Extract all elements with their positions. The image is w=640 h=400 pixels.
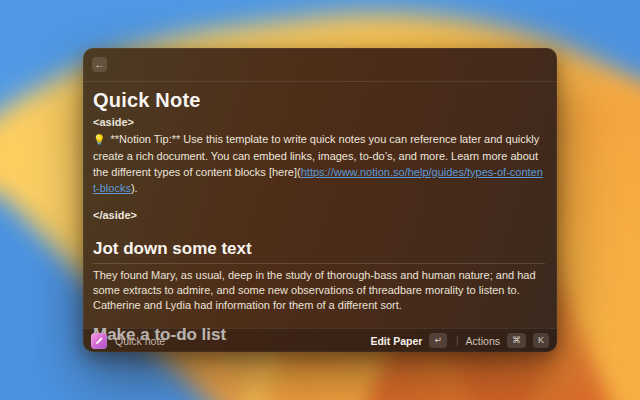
section-heading-jot-down: Jot down some text [93, 239, 545, 259]
section-paragraph: They found Mary, as usual, deep in the s… [93, 268, 545, 313]
quick-note-window: ← Quick Note <aside> 💡 **Notion Tip:** U… [83, 48, 557, 352]
actions-button[interactable]: Actions [466, 335, 500, 347]
app-name-label: Quick note [115, 335, 165, 347]
lightbulb-icon: 💡 [93, 134, 105, 145]
k-keycap[interactable]: K [533, 333, 549, 348]
back-button[interactable]: ← [92, 57, 107, 72]
pencil-icon [94, 336, 104, 346]
command-keycap[interactable]: ⌘ [507, 333, 526, 348]
aside-close-tag: </aside> [93, 209, 545, 221]
note-title: Quick Note [93, 89, 545, 112]
quick-note-app-icon [91, 333, 107, 349]
back-arrow-icon: ← [95, 60, 105, 70]
edit-paper-button[interactable]: Edit Paper [370, 335, 422, 347]
return-keycap[interactable]: ↵ [429, 333, 447, 348]
window-header: ← [83, 48, 557, 82]
notion-tip-paragraph: 💡 **Notion Tip:** Use this template to w… [93, 131, 545, 196]
tip-text-suffix: ). [131, 182, 138, 194]
note-content[interactable]: Quick Note <aside> 💡 **Notion Tip:** Use… [83, 82, 557, 345]
section-divider [93, 263, 545, 264]
footer-separator: | [456, 335, 459, 346]
footer-bar: Quick note Edit Paper ↵ | Actions ⌘ K [83, 328, 557, 352]
aside-open-tag: <aside> [93, 116, 545, 128]
